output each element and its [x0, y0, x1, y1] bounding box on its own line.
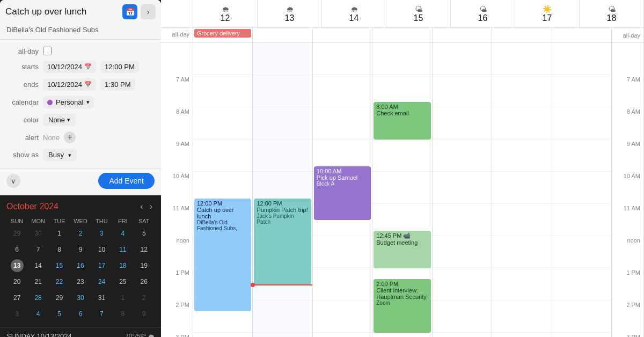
next-month-btn[interactable]: › [148, 201, 155, 213]
hour-line-0 [253, 43, 312, 75]
calendar-event[interactable]: 12:00 PMCatch up over lunchDiBella's Old… [194, 199, 251, 311]
mini-cal-day[interactable]: 9 [134, 306, 155, 322]
ends-time-input[interactable]: 1:30 PM [100, 78, 135, 91]
event-subtitle: DiBella's Old Fashioned Subs, [197, 219, 248, 231]
mini-cal-day[interactable]: 18 [112, 258, 133, 274]
starts-row: starts 10/12/2024 📅 12:00 PM [0, 58, 161, 76]
calendar-event[interactable]: 12:45 PM 📹Budget meeting [374, 231, 430, 268]
calendar-event[interactable]: 10:00 AMPick up SamuelBlock A [314, 166, 371, 220]
mini-cal-day[interactable]: 3 [91, 225, 112, 241]
mini-cal-day[interactable]: 6 [6, 241, 27, 258]
allday-checkbox[interactable] [43, 47, 52, 55]
calendar-event[interactable]: 12:00 PMPumpkin Patch trip!Jack's Pumpki… [254, 199, 311, 284]
mini-cal-day[interactable]: 28 [27, 290, 48, 306]
showas-select[interactable]: Busy ▾ [43, 149, 77, 161]
mini-cal-day[interactable]: 8 [112, 306, 133, 322]
mini-cal-day[interactable]: 17 [91, 258, 112, 274]
hour-line-8 [253, 301, 312, 333]
mini-cal-day[interactable]: 13 [6, 258, 27, 274]
mini-cal-day[interactable]: 2 [134, 290, 155, 306]
calendar-dot [47, 100, 53, 105]
time-label-10am: 10 AM [161, 172, 193, 204]
mini-cal-day[interactable]: 16 [70, 258, 91, 274]
mini-cal-day[interactable]: 4 [112, 225, 133, 241]
mini-cal-day[interactable]: 22 [49, 274, 70, 290]
mini-cal-day[interactable]: 8 [49, 241, 70, 258]
starts-date-input[interactable]: 10/12/2024 📅 [43, 61, 96, 73]
all-day-event[interactable]: Grocery delivery [194, 29, 251, 38]
mini-cal-day[interactable]: 25 [112, 274, 133, 290]
mini-cal-day[interactable]: 27 [6, 290, 27, 306]
time-label-right-3pm: 3 PM [612, 333, 643, 337]
add-event-button[interactable]: Add Event [98, 173, 155, 189]
calendar-icon-btn[interactable]: 📅 [122, 4, 137, 19]
color-select[interactable]: None ▾ [43, 114, 76, 126]
cal-header-row: 🌧12🌧13🌧14🌤15🌤16☀️17🌤18 [161, 0, 644, 28]
mini-cal-day[interactable]: 2 [70, 225, 91, 241]
mini-cal-day[interactable]: 7 [91, 306, 112, 322]
hour-line-2 [253, 107, 312, 140]
ends-date-input[interactable]: 10/12/2024 📅 [43, 78, 96, 91]
event-title-input[interactable] [5, 6, 119, 17]
close-btn[interactable]: › [141, 4, 156, 19]
mini-cal-day[interactable]: 1 [112, 290, 133, 306]
starts-time-input[interactable]: 12:00 PM [100, 61, 139, 73]
mini-cal-month: October 2024 [6, 202, 58, 211]
hour-line-3 [372, 140, 431, 172]
mini-cal-day[interactable]: 26 [134, 274, 155, 290]
expand-btn[interactable]: ∨ [6, 174, 20, 188]
mini-cal-day[interactable]: 20 [6, 274, 27, 290]
day-of-week-sun: SUN [6, 217, 27, 225]
calendar-event[interactable]: 8:00 AMCheck email [374, 102, 430, 140]
mini-cal-day[interactable]: 14 [27, 258, 48, 274]
weather-icon-3: 🌤 [415, 5, 422, 13]
mini-cal-day[interactable]: 31 [91, 290, 112, 306]
hour-line-2 [552, 107, 611, 140]
mini-cal-day[interactable]: 4 [27, 306, 48, 322]
event-time: 8:00 AM [376, 104, 428, 110]
mini-cal-day[interactable]: 24 [91, 274, 112, 290]
hour-line-2 [492, 107, 551, 140]
hour-line-1 [552, 75, 611, 107]
event-form: 📅 › DiBella's Old Fashioned Subs all-day… [0, 0, 161, 195]
prev-month-btn[interactable]: ‹ [138, 201, 145, 213]
mini-cal-day[interactable]: 1 [49, 225, 70, 241]
mini-cal-day[interactable]: 10 [91, 241, 112, 258]
time-label-9am: 9 AM [161, 140, 193, 172]
mini-cal-day[interactable]: 21 [27, 274, 48, 290]
mini-cal-day[interactable]: 3 [6, 306, 27, 322]
add-alert-btn[interactable]: + [64, 131, 76, 143]
event-subtitle: Block A [317, 181, 368, 187]
hour-line-7 [552, 268, 611, 301]
event-time: 12:00 PM [197, 200, 248, 207]
event-time: 2:00 PM [376, 281, 428, 287]
hour-line-9 [313, 333, 372, 337]
mini-cal-day[interactable]: 6 [70, 306, 91, 322]
mini-cal-day[interactable]: 12 [134, 241, 155, 258]
mini-cal-day[interactable]: 5 [49, 306, 70, 322]
mini-cal-day[interactable]: 15 [49, 258, 70, 274]
mini-cal-day[interactable]: 5 [134, 225, 155, 241]
mini-cal-day[interactable]: 29 [49, 290, 70, 306]
mini-cal-day[interactable]: 19 [134, 258, 155, 274]
calendar-select[interactable]: Personal ▾ [43, 96, 94, 108]
day-col-14: 10:00 AMPick up SamuelBlock A [313, 43, 372, 337]
mini-cal-day[interactable]: 30 [70, 290, 91, 306]
mini-cal-day[interactable]: 9 [70, 241, 91, 258]
calendar-event[interactable]: 2:00 PMClient interview: Hauptman Securi… [374, 279, 430, 333]
mini-cal-day[interactable]: 30 [27, 225, 48, 241]
mini-cal-day[interactable]: 11 [112, 241, 133, 258]
mini-cal-day[interactable]: 23 [70, 274, 91, 290]
hour-line-8 [313, 301, 372, 333]
day-headers: 🌧12🌧13🌧14🌤15🌤16☀️17🌤18 [193, 0, 644, 27]
mini-cal-grid: SUN MON TUE WED THU FRI SAT 293012345678… [6, 217, 155, 322]
time-label-2pm: 2 PM [161, 301, 193, 333]
mini-cal-day[interactable]: 29 [6, 225, 27, 241]
chevron-down-icon: ▾ [86, 99, 90, 106]
hour-line-2 [193, 107, 252, 140]
day-num-0: 12 [221, 13, 230, 23]
hour-line-3 [552, 140, 611, 172]
all-day-cell-6 [552, 28, 612, 42]
mini-cal-day[interactable]: 7 [27, 241, 48, 258]
hour-line-9 [372, 333, 431, 337]
